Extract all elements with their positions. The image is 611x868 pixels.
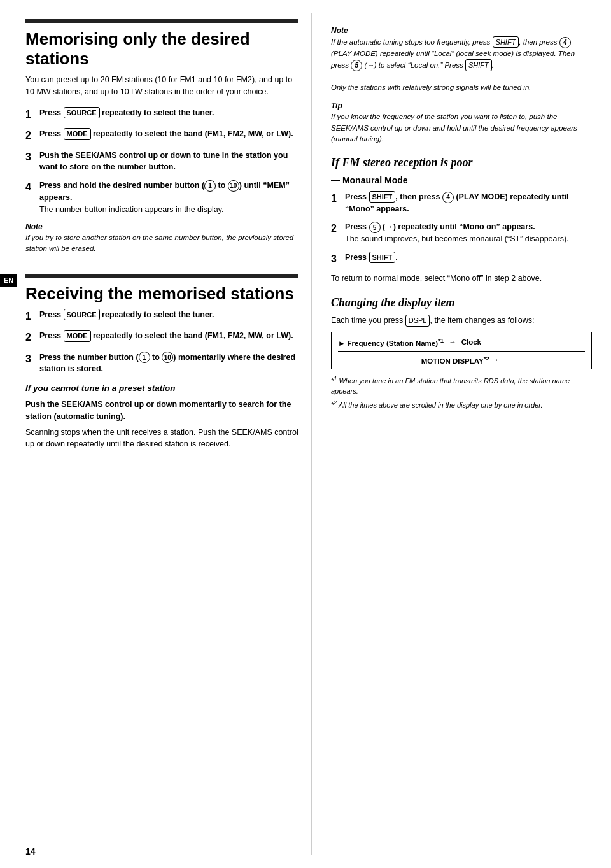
- fm-step3: 3 Press SHIFT.: [331, 252, 592, 266]
- display-flow-box: ► Frequency (Station Name)*1 → Clock MOT…: [331, 332, 592, 369]
- tip-title: Tip: [331, 101, 592, 111]
- if-cannot-push: Push the SEEK/AMS control up or down mom…: [25, 399, 298, 423]
- shift-kbd1: SHIFT: [493, 36, 519, 48]
- num10-kbd: 10: [228, 180, 239, 192]
- step-content: Press MODE repeatedly to select the band…: [39, 128, 298, 140]
- step-content: Press SHIFT.: [345, 252, 592, 264]
- mode-kbd: MODE: [64, 128, 91, 140]
- step-number: 2: [25, 128, 39, 143]
- num1-kbd2: 1: [139, 352, 150, 363]
- right-note-title: Note: [331, 25, 592, 36]
- if-cannot-body: Scanning stops when the unit receives a …: [25, 427, 298, 451]
- step-number: 3: [25, 150, 39, 164]
- display-section: Changing the display item Each time you …: [331, 295, 592, 411]
- step-number: 1: [25, 309, 39, 324]
- tip-text: If you know the frequency of the station…: [331, 111, 592, 145]
- step-number: 4: [25, 180, 39, 194]
- section1-divider: [25, 19, 298, 23]
- step-number: 2: [331, 221, 345, 236]
- step-number: 2: [25, 330, 39, 345]
- fm-subtitle: — Monaural Mode: [331, 174, 592, 187]
- flow-item1: ► Frequency (Station Name)*1: [338, 336, 444, 348]
- step-content: Press SOURCE repeatedly to select the tu…: [39, 309, 298, 321]
- shift-kbd2: SHIFT: [465, 59, 492, 71]
- section2-step2: 2 Press MODE repeatedly to select the ba…: [25, 330, 298, 345]
- step-content: Press the number button (1 to 10) moment…: [39, 352, 298, 376]
- display-flow-bottom: MOTION DISPLAY*2 ←: [338, 352, 585, 369]
- step-content: Press SHIFT, then press 4 (PLAY MODE) re…: [345, 191, 592, 215]
- section1-step4: 4 Press and hold the desired number butt…: [25, 180, 298, 215]
- num1-kbd: 1: [204, 180, 216, 192]
- section2-step3: 3 Press the number button (1 to 10) mome…: [25, 352, 298, 376]
- source-kbd: SOURCE: [64, 107, 100, 119]
- right-note: Note If the automatic tuning stops too f…: [331, 25, 592, 93]
- step-content: Press SOURCE repeatedly to select the tu…: [39, 107, 298, 119]
- num5-kbd2: 5: [369, 222, 381, 233]
- shift-kbd4: SHIFT: [369, 252, 396, 264]
- right-column: Note If the automatic tuning stops too f…: [312, 13, 611, 855]
- display-flow-top: ► Frequency (Station Name)*1 → Clock: [338, 336, 585, 352]
- step-content: Press and hold the desired number button…: [39, 180, 298, 215]
- num4-kbd: 4: [559, 37, 571, 48]
- section2-step1: 1 Press SOURCE repeatedly to select the …: [25, 309, 298, 324]
- display-intro: Each time you press DSPL, the item chang…: [331, 315, 592, 327]
- flow-arrow: →: [449, 337, 456, 347]
- note-text: If you try to store another station on t…: [25, 232, 298, 255]
- note-title: Note: [25, 222, 298, 232]
- source-kbd2: SOURCE: [64, 309, 100, 321]
- section1-intro: You can preset up to 20 FM stations (10 …: [25, 74, 298, 98]
- section1-note: Note If you try to store another station…: [25, 222, 298, 254]
- section1-title: Memorising only the desired stations: [25, 29, 298, 69]
- footnote2: *2 All the itmes above are scrolled in t…: [331, 399, 592, 410]
- right-note-text: If the automatic tuning stops too freque…: [331, 36, 592, 94]
- fm-section: If FM stereo reception is poor — Monaura…: [331, 155, 592, 285]
- footnote1: *1 When you tune in an FM station that t…: [331, 374, 592, 397]
- num4-kbd2: 4: [442, 192, 454, 203]
- flow-item2: Clock: [461, 337, 481, 347]
- page: EN Memorising only the desired stations …: [0, 0, 611, 868]
- step-number: 1: [331, 191, 345, 206]
- display-section-title: Changing the display item: [331, 295, 592, 311]
- fm-section-title: If FM stereo reception is poor: [331, 155, 592, 171]
- num10-kbd2: 10: [162, 352, 173, 363]
- left-column: Memorising only the desired stations You…: [0, 13, 312, 855]
- tip-block: Tip If you know the frequency of the sta…: [331, 101, 592, 145]
- step-number: 1: [25, 107, 39, 122]
- motion-display-label: MOTION DISPLAY*2: [421, 354, 489, 366]
- fm-after-steps: To return to normal mode, select “Mono o…: [331, 273, 592, 285]
- page-number: 14: [25, 846, 36, 858]
- section1-step1: 1 Press SOURCE repeatedly to select the …: [25, 107, 298, 122]
- if-cannot-subtitle: If you cannot tune in a preset station: [25, 383, 298, 395]
- language-badge: EN: [0, 274, 17, 287]
- fm-step2: 2 Press 5 (→) repeatedly until “Mono on”…: [331, 221, 592, 245]
- section2-divider: [25, 274, 298, 278]
- dspl-kbd: DSPL: [405, 315, 430, 327]
- step-content: Press 5 (→) repeatedly until “Mono on” a…: [345, 221, 592, 245]
- shift-kbd3: SHIFT: [369, 191, 396, 203]
- fm-step1: 1 Press SHIFT, then press 4 (PLAY MODE) …: [331, 191, 592, 215]
- step-number: 3: [331, 252, 345, 266]
- if-cannot-tune-section: If you cannot tune in a preset station P…: [25, 383, 298, 450]
- motion-arrow: ←: [495, 355, 502, 365]
- step-number: 3: [25, 352, 39, 366]
- section1-step3: 3 Push the SEEK/AMS control up or down t…: [25, 150, 298, 174]
- step-content: Press MODE repeatedly to select the band…: [39, 330, 298, 342]
- mode-kbd2: MODE: [64, 330, 91, 342]
- section2-title: Receiving the memorised stations: [25, 284, 298, 304]
- section1-step2: 2 Press MODE repeatedly to select the ba…: [25, 128, 298, 143]
- num5-kbd: 5: [351, 60, 362, 71]
- step-content: Push the SEEK/AMS control up or down to …: [39, 150, 298, 174]
